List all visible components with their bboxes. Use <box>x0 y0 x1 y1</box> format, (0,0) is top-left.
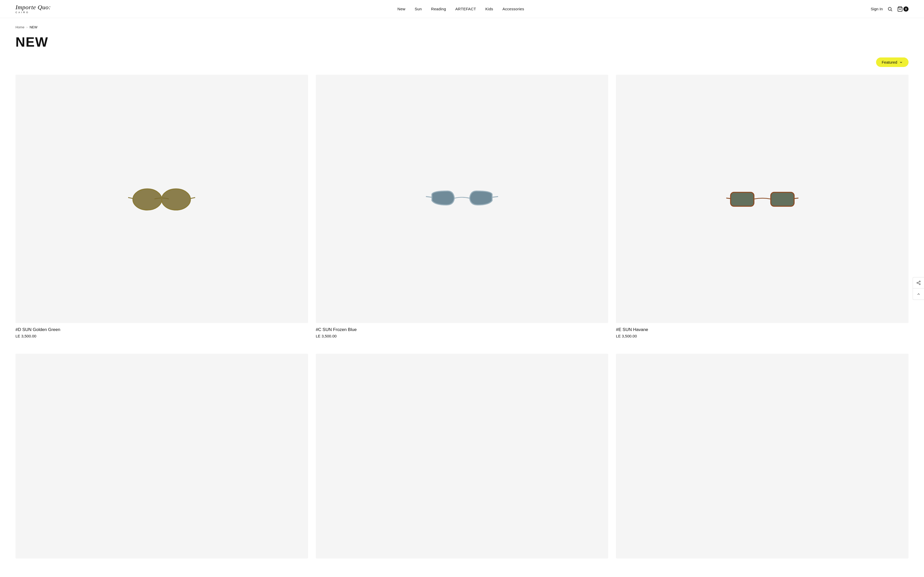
nav-item-new[interactable]: New <box>397 7 405 11</box>
product-grid: #D SUN Golden GreenLE 3,500.00 #C SUN Fr… <box>0 75 924 354</box>
brand-sub: CAIRO <box>16 11 29 14</box>
svg-point-18 <box>917 282 918 284</box>
svg-line-20 <box>918 283 919 284</box>
breadcrumb-separator: › <box>27 26 27 29</box>
svg-line-10 <box>492 197 498 197</box>
search-button[interactable] <box>887 6 893 11</box>
main-nav: NewSunReadingARTEFACTKidsAccessories <box>397 7 524 11</box>
svg-rect-11 <box>730 192 754 206</box>
nav-item-kids[interactable]: Kids <box>485 7 493 11</box>
arrow-up-icon <box>916 292 921 296</box>
product-name: #D SUN Golden Green <box>16 327 308 332</box>
svg-line-9 <box>426 197 432 197</box>
product-price: LE 3,500.00 <box>316 334 609 338</box>
product-price: LE 3,500.00 <box>16 334 308 338</box>
nav-item-sun[interactable]: Sun <box>415 7 422 11</box>
scroll-top-button[interactable] <box>913 288 924 300</box>
svg-point-17 <box>919 281 921 282</box>
breadcrumb: Home › NEW <box>0 18 924 32</box>
svg-line-1 <box>891 10 892 11</box>
cart-icon <box>897 6 903 12</box>
page-title: NEW <box>16 34 908 50</box>
svg-line-8 <box>191 198 195 198</box>
product-image-wrap <box>16 75 308 323</box>
brand-name: Importe Quo: <box>16 4 51 11</box>
svg-point-0 <box>888 7 891 10</box>
chevron-down-icon <box>899 61 903 64</box>
share-icon <box>916 280 921 285</box>
breadcrumb-home[interactable]: Home <box>16 25 24 29</box>
svg-line-7 <box>128 198 133 198</box>
product-price: LE 3,500.00 <box>616 334 908 338</box>
product-card-placeholder-1 <box>16 354 308 558</box>
product-card[interactable]: #C SUN Frozen BlueLE 3,500.00 <box>316 75 609 338</box>
header-actions: Sign In 0 <box>871 6 908 12</box>
product-image-wrap <box>616 75 908 323</box>
page-title-section: NEW <box>0 32 924 58</box>
svg-line-21 <box>918 282 919 282</box>
search-icon <box>887 6 893 11</box>
logo[interactable]: Importe Quo: CAIRO <box>16 4 51 14</box>
svg-line-16 <box>794 198 798 198</box>
nav-item-reading[interactable]: Reading <box>431 7 446 11</box>
signin-link[interactable]: Sign In <box>871 7 883 11</box>
product-card[interactable]: #D SUN Golden GreenLE 3,500.00 <box>16 75 308 338</box>
product-card-placeholder-2 <box>316 354 609 558</box>
svg-point-19 <box>919 284 921 285</box>
header: Importe Quo: CAIRO NewSunReadingARTEFACT… <box>0 0 924 18</box>
product-card-placeholder-3 <box>616 354 908 558</box>
nav-item-artefact[interactable]: ARTEFACT <box>455 7 476 11</box>
svg-line-15 <box>726 198 731 198</box>
sort-bar: Featured <box>0 58 924 75</box>
svg-rect-13 <box>771 192 794 206</box>
product-image-wrap <box>316 75 609 323</box>
breadcrumb-current: NEW <box>30 25 37 29</box>
product-card[interactable]: #E SUN HavaneLE 3,500.00 <box>616 75 908 338</box>
share-button[interactable] <box>913 277 924 288</box>
sort-button[interactable]: Featured <box>876 58 908 67</box>
product-grid-row2 <box>0 354 924 574</box>
product-name: #E SUN Havane <box>616 327 908 332</box>
cart-button[interactable]: 0 <box>897 6 908 12</box>
cart-count: 0 <box>903 6 908 11</box>
floating-sidebar <box>913 277 924 300</box>
sort-label: Featured <box>882 60 897 64</box>
product-name: #C SUN Frozen Blue <box>316 327 609 332</box>
nav-item-accessories[interactable]: Accessories <box>502 7 524 11</box>
